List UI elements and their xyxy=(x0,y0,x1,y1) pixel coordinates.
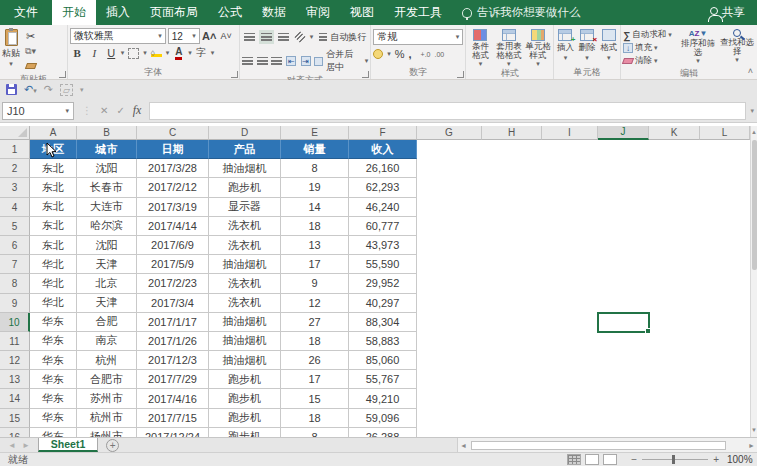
cell-E10[interactable]: 27 xyxy=(281,313,349,332)
cell-D1[interactable]: 产品 xyxy=(209,140,281,159)
format-as-table-button[interactable]: 套用表格格式 ▾ xyxy=(496,27,522,67)
cell-A7[interactable]: 华北 xyxy=(30,255,77,274)
cell-B6[interactable]: 沈阳 xyxy=(77,236,137,255)
insert-cells-button[interactable]: + 插入 ▾ xyxy=(557,27,574,66)
row-header-4[interactable]: 4 xyxy=(0,198,30,217)
cell-C9[interactable]: 2017/3/4 xyxy=(137,294,209,313)
cell-C3[interactable]: 2017/2/12 xyxy=(137,178,209,197)
cell-E12[interactable]: 26 xyxy=(281,351,349,370)
cell-A10[interactable]: 华东 xyxy=(30,313,77,332)
cell-E14[interactable]: 15 xyxy=(281,389,349,408)
number-dialog-launcher[interactable] xyxy=(457,71,464,78)
paste-button[interactable]: 粘贴 ▾ xyxy=(2,27,20,73)
collapse-ribbon-icon[interactable]: ˄ xyxy=(748,66,753,76)
cell-F5[interactable]: 60,777 xyxy=(349,217,417,236)
cell-B15[interactable]: 杭州市 xyxy=(77,409,137,428)
cell-A5[interactable]: 东北 xyxy=(30,217,77,236)
row-header-2[interactable]: 2 xyxy=(0,159,30,178)
cell-F11[interactable]: 58,883 xyxy=(349,332,417,351)
cell-A4[interactable]: 东北 xyxy=(30,198,77,217)
column-header-G[interactable]: G xyxy=(417,126,482,140)
cell-B7[interactable]: 天津 xyxy=(77,255,137,274)
row-header-10[interactable]: 10 xyxy=(0,313,30,332)
cell-F10[interactable]: 88,304 xyxy=(349,313,417,332)
selected-cell-J10[interactable] xyxy=(597,312,650,333)
cell-D3[interactable]: 跑步机 xyxy=(209,178,281,197)
phonetic-guide-icon[interactable]: 字 xyxy=(194,46,209,60)
cell-A6[interactable]: 东北 xyxy=(30,236,77,255)
column-header-C[interactable]: C xyxy=(137,126,209,140)
row-header-12[interactable]: 12 xyxy=(0,351,30,370)
page-layout-view-button[interactable] xyxy=(585,454,599,465)
clipboard-dialog-launcher[interactable] xyxy=(59,71,66,78)
sort-filter-button[interactable]: AZ▼ 排序和筛选 ▾ xyxy=(680,27,716,67)
cell-B4[interactable]: 大连市 xyxy=(77,198,137,217)
clear-button[interactable]: 清除▾ xyxy=(623,55,677,67)
comma-style-button[interactable]: , xyxy=(408,48,411,60)
cell-C13[interactable]: 2017/7/29 xyxy=(137,370,209,389)
cell-B1[interactable]: 城市 xyxy=(77,140,137,159)
normal-view-button[interactable] xyxy=(567,454,581,465)
cell-F8[interactable]: 29,952 xyxy=(349,274,417,293)
align-bottom-icon[interactable] xyxy=(276,30,291,44)
page-break-view-button[interactable] xyxy=(603,454,617,465)
cell-F1[interactable]: 收入 xyxy=(349,140,417,159)
cell-A2[interactable]: 东北 xyxy=(30,159,77,178)
empty-cells[interactable] xyxy=(417,294,750,313)
custom-qat-icon[interactable]: ▱ xyxy=(60,84,73,96)
cell-D16[interactable]: 跑步机 xyxy=(209,428,281,437)
accounting-dropdown[interactable]: ▾ xyxy=(387,51,391,57)
cell-B3[interactable]: 长春市 xyxy=(77,178,137,197)
expand-formula-bar-icon[interactable]: ▾ xyxy=(750,108,754,114)
column-header-I[interactable]: I xyxy=(542,126,598,140)
cell-C5[interactable]: 2017/4/14 xyxy=(137,217,209,236)
cell-C2[interactable]: 2017/3/28 xyxy=(137,159,209,178)
vscroll-thumb[interactable] xyxy=(752,140,757,270)
cell-D12[interactable]: 抽油烟机 xyxy=(209,351,281,370)
cell-E3[interactable]: 19 xyxy=(281,178,349,197)
ribbon-tab-审阅[interactable]: 审阅 xyxy=(296,0,340,25)
cell-A8[interactable]: 华北 xyxy=(30,274,77,293)
ribbon-tab-数据[interactable]: 数据 xyxy=(252,0,296,25)
cell-A14[interactable]: 华东 xyxy=(30,389,77,408)
row-header-5[interactable]: 5 xyxy=(0,217,30,236)
empty-cells[interactable] xyxy=(417,217,750,236)
row-header-6[interactable]: 6 xyxy=(0,236,30,255)
cell-F6[interactable]: 43,973 xyxy=(349,236,417,255)
cell-D10[interactable]: 抽油烟机 xyxy=(209,313,281,332)
cell-D5[interactable]: 洗衣机 xyxy=(209,217,281,236)
zoom-slider-thumb[interactable] xyxy=(672,455,675,464)
empty-cells[interactable] xyxy=(417,313,750,332)
cell-E11[interactable]: 18 xyxy=(281,332,349,351)
cell-A13[interactable]: 华东 xyxy=(30,370,77,389)
column-header-E[interactable]: E xyxy=(281,126,349,140)
cell-C10[interactable]: 2017/1/17 xyxy=(137,313,209,332)
fill-color-dropdown[interactable]: ▾ xyxy=(166,50,170,56)
sheet-tab-sheet1[interactable]: Sheet1 xyxy=(38,438,98,452)
row-header-14[interactable]: 14 xyxy=(0,389,30,408)
font-size-select[interactable]: 12▾ xyxy=(168,28,200,44)
redo-icon[interactable]: ↷ xyxy=(44,83,53,96)
vertical-scrollbar[interactable]: ▲ ▼ xyxy=(750,126,757,437)
ribbon-tab-页面布局[interactable]: 页面布局 xyxy=(140,0,208,25)
ribbon-tab-开发工具[interactable]: 开发工具 xyxy=(384,0,452,25)
cell-D11[interactable]: 抽油烟机 xyxy=(209,332,281,351)
scroll-up-icon[interactable]: ▲ xyxy=(751,126,757,139)
cell-D4[interactable]: 显示器 xyxy=(209,198,281,217)
column-header-J[interactable]: J xyxy=(598,126,649,140)
decrease-indent-icon[interactable]: ⇤ xyxy=(285,54,297,68)
align-right-icon[interactable] xyxy=(271,54,283,68)
alignment-dialog-launcher[interactable] xyxy=(362,71,369,78)
orientation-icon[interactable] xyxy=(293,30,308,44)
increase-indent-icon[interactable]: ⇥ xyxy=(299,54,311,68)
cell-A11[interactable]: 华东 xyxy=(30,332,77,351)
cell-F14[interactable]: 49,210 xyxy=(349,389,417,408)
cancel-icon[interactable]: ✕ xyxy=(100,105,108,116)
hscroll-thumb[interactable] xyxy=(471,441,726,450)
cell-C8[interactable]: 2017/2/23 xyxy=(137,274,209,293)
wrap-text-button[interactable]: 自动换行 xyxy=(319,31,366,44)
ribbon-tab-公式[interactable]: 公式 xyxy=(208,0,252,25)
underline-dropdown[interactable]: ▾ xyxy=(121,50,125,56)
cut-icon[interactable]: ✂ xyxy=(23,29,38,43)
paste-dropdown[interactable]: ▾ xyxy=(9,61,13,67)
